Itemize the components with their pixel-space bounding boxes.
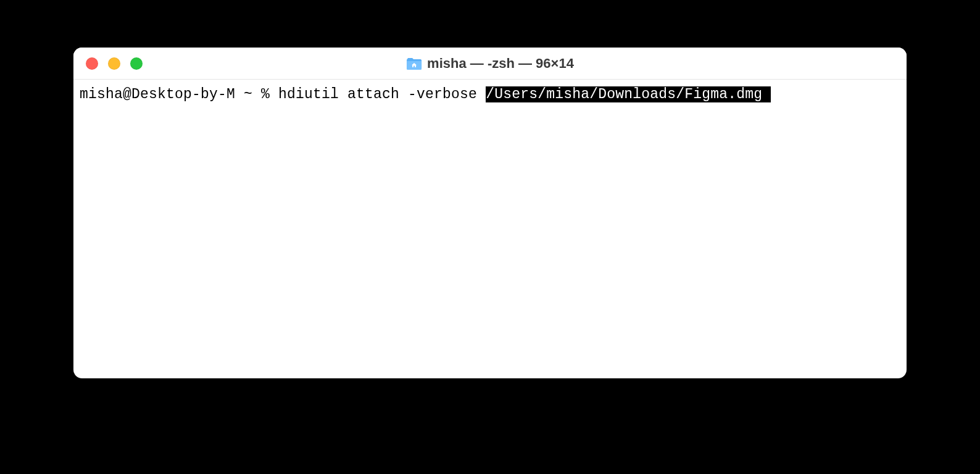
terminal-body[interactable]: misha@Desktop-by-M ~ % hdiutil attach -v… (73, 80, 907, 110)
command-path-selection[interactable]: /Users/misha/Downloads/Figma.dmg (486, 86, 771, 102)
terminal-window: misha — -zsh — 96×14 misha@Desktop-by-M … (73, 48, 907, 378)
prompt: misha@Desktop-by-M ~ % (80, 86, 278, 102)
titlebar[interactable]: misha — -zsh — 96×14 (73, 48, 907, 80)
maximize-button[interactable] (130, 57, 143, 70)
command-text: hdiutil attach -verbose (278, 86, 486, 102)
window-title-area: misha — -zsh — 96×14 (406, 56, 574, 72)
window-title: misha — -zsh — 96×14 (427, 56, 574, 72)
home-folder-icon (406, 57, 422, 70)
minimize-button[interactable] (108, 57, 120, 70)
close-button[interactable] (86, 57, 98, 70)
prompt-line: misha@Desktop-by-M ~ % hdiutil attach -v… (80, 86, 771, 102)
traffic-lights (73, 57, 143, 70)
